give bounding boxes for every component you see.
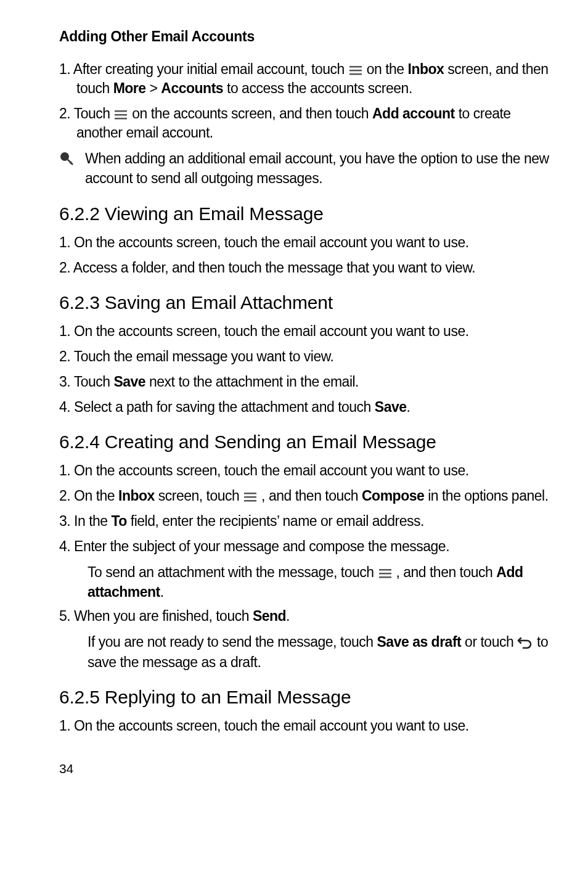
text: If you are not ready to send the message… bbox=[88, 634, 377, 650]
list-item: 1. On the accounts screen, touch the ema… bbox=[59, 716, 550, 736]
text: 1. After creating your initial email acc… bbox=[59, 61, 348, 77]
text: to access the accounts screen. bbox=[223, 80, 412, 96]
svg-rect-1 bbox=[349, 70, 362, 72]
text: 2. On the bbox=[59, 488, 118, 504]
text: , and then touch bbox=[261, 488, 362, 504]
list-item: 3. Touch Save next to the attachment in … bbox=[59, 372, 550, 391]
back-icon bbox=[517, 636, 533, 649]
heading-624: 6.2.4 Creating and Sending an Email Mess… bbox=[59, 432, 550, 453]
bold-text: Save bbox=[113, 374, 145, 390]
svg-rect-5 bbox=[115, 118, 127, 120]
list-item: 4. Select a path for saving the attachme… bbox=[59, 398, 550, 417]
svg-line-7 bbox=[68, 160, 73, 165]
heading-625: 6.2.5 Replying to an Email Message bbox=[59, 687, 550, 708]
note-text: When adding an additional email account,… bbox=[85, 149, 550, 188]
svg-rect-10 bbox=[244, 500, 256, 502]
bold-text: Accounts bbox=[161, 80, 223, 96]
heading-622: 6.2.2 Viewing an Email Message bbox=[59, 203, 550, 224]
bold-text: To bbox=[112, 513, 127, 529]
text: field, enter the recipients’ name or ema… bbox=[127, 513, 424, 529]
steps-625: 1. On the accounts screen, touch the ema… bbox=[59, 716, 550, 736]
text: on the accounts screen, and then touch bbox=[132, 105, 372, 121]
tip-icon bbox=[59, 151, 75, 170]
list-item: 4. Enter the subject of your message and… bbox=[59, 537, 550, 556]
document-page: Adding Other Email Accounts 1. After cre… bbox=[0, 0, 588, 801]
text: . bbox=[407, 399, 410, 415]
list-item: 5. When you are finished, touch Send. bbox=[59, 607, 550, 626]
heading-adding-accounts: Adding Other Email Accounts bbox=[59, 28, 550, 45]
list-item: 2. Touch the email message you want to v… bbox=[59, 347, 550, 366]
note-block: When adding an additional email account,… bbox=[59, 149, 550, 188]
list-item: 1. On the accounts screen, touch the ema… bbox=[59, 461, 550, 480]
svg-rect-8 bbox=[244, 493, 256, 494]
bold-text: Save bbox=[375, 399, 407, 415]
text: 3. In the bbox=[59, 513, 112, 529]
list-item: 1. On the accounts screen, touch the ema… bbox=[59, 233, 550, 252]
text: 4. Select a path for saving the attachme… bbox=[59, 399, 375, 415]
svg-rect-0 bbox=[349, 66, 362, 68]
heading-623: 6.2.3 Saving an Email Attachment bbox=[59, 292, 550, 313]
svg-rect-2 bbox=[349, 73, 362, 75]
text: next to the attachment in the email. bbox=[145, 374, 359, 390]
attachment-note: To send an attachment with the message, … bbox=[88, 562, 550, 602]
text: on the bbox=[367, 61, 408, 77]
bold-text: Save as draft bbox=[377, 634, 462, 650]
menu-icon bbox=[113, 109, 128, 121]
list-item: 1. On the accounts screen, touch the ema… bbox=[59, 322, 550, 341]
svg-rect-3 bbox=[115, 110, 127, 112]
list-item: 2. Access a folder, and then touch the m… bbox=[59, 258, 550, 277]
bold-text: Send bbox=[253, 608, 286, 624]
bold-text: Inbox bbox=[118, 488, 155, 504]
text: . bbox=[160, 584, 164, 600]
svg-rect-11 bbox=[379, 569, 391, 571]
text: 2. Touch bbox=[59, 105, 113, 121]
steps-624: 1. On the accounts screen, touch the ema… bbox=[59, 461, 550, 556]
steps-624b: 5. When you are finished, touch Send. bbox=[59, 607, 550, 626]
list-item: 3. In the To field, enter the recipients… bbox=[59, 512, 550, 531]
list-item: 1. After creating your initial email acc… bbox=[59, 60, 550, 98]
page-number: 34 bbox=[59, 761, 550, 776]
text: in the options panel. bbox=[424, 488, 548, 504]
bold-text: Add account bbox=[372, 105, 455, 121]
svg-rect-13 bbox=[379, 576, 391, 578]
text: To send an attachment with the message, … bbox=[88, 564, 378, 580]
list-item: 2. Touch on the accounts screen, and the… bbox=[59, 104, 550, 142]
menu-icon bbox=[348, 64, 363, 76]
text: > bbox=[146, 80, 161, 96]
steps-623: 1. On the accounts screen, touch the ema… bbox=[59, 322, 550, 417]
text: 3. Touch bbox=[59, 374, 113, 390]
svg-rect-9 bbox=[244, 496, 256, 498]
menu-icon bbox=[378, 567, 393, 580]
steps-adding-accounts: 1. After creating your initial email acc… bbox=[59, 60, 550, 142]
menu-icon bbox=[243, 491, 258, 503]
text: screen, touch bbox=[155, 488, 243, 504]
text: 5. When you are finished, touch bbox=[59, 608, 253, 624]
list-item: 2. On the Inbox screen, touch , and then… bbox=[59, 486, 550, 506]
svg-point-6 bbox=[60, 152, 69, 161]
bold-text: More bbox=[113, 80, 146, 96]
bold-text: Inbox bbox=[408, 61, 444, 77]
svg-rect-4 bbox=[115, 114, 127, 116]
draft-note: If you are not ready to send the message… bbox=[88, 632, 550, 671]
bold-text: Compose bbox=[362, 488, 424, 504]
text: , and then touch bbox=[396, 564, 496, 580]
steps-622: 1. On the accounts screen, touch the ema… bbox=[59, 233, 550, 277]
text: . bbox=[286, 608, 290, 624]
text: or touch bbox=[461, 634, 517, 650]
svg-rect-12 bbox=[379, 573, 391, 575]
